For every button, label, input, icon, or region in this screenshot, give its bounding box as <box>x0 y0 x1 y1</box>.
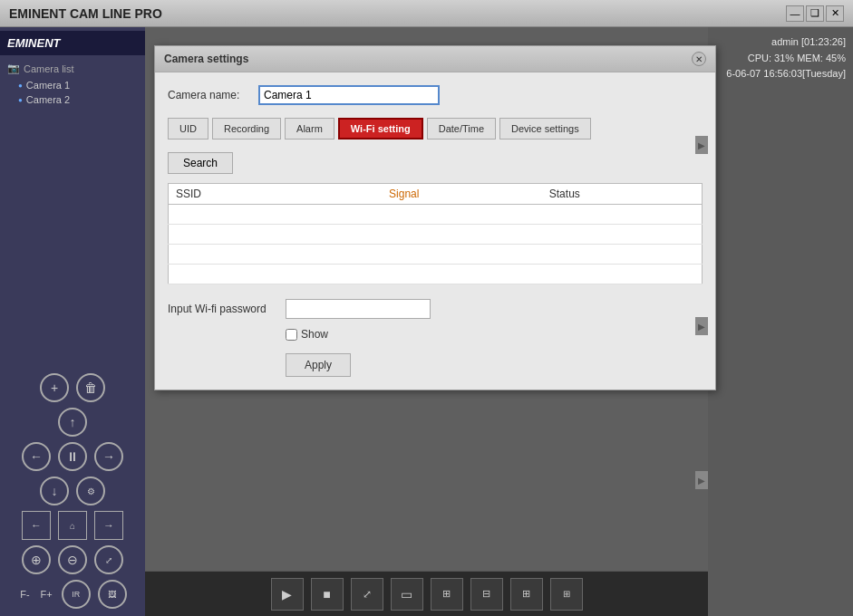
taskbar: ▶ ■ ⤢ ▭ ⊞ ⊟ ⊞ ⊞ <box>145 571 708 616</box>
camera2-label: Camera 2 <box>26 94 70 105</box>
tab-device[interactable]: Device settings <box>499 118 591 140</box>
f-plus-btn[interactable]: F+ <box>39 580 54 609</box>
tab-datetime[interactable]: Date/Time <box>427 118 496 140</box>
col-status: Status <box>542 184 649 205</box>
move-left-btn[interactable]: ← <box>22 442 51 471</box>
admin-mem: MEM: 45% <box>797 53 846 63</box>
camera-list-icon: 📷 <box>7 63 20 74</box>
logo-area: EMINENT <box>0 31 145 55</box>
admin-user: admin <box>771 36 799 47</box>
extra-btn[interactable]: 🖼 <box>98 580 127 609</box>
table-row <box>169 205 703 225</box>
admin-datetime: 6-06-07 16:56:03[Tuesday] <box>715 66 846 82</box>
app-title: EMINENT CAM LINE PRO <box>9 6 784 21</box>
add-camera-btn[interactable]: + <box>40 373 69 402</box>
move-right-btn[interactable]: → <box>94 442 123 471</box>
dialog-close-btn[interactable]: ✕ <box>692 52 706 66</box>
right-arrow-btn[interactable]: → <box>94 511 123 540</box>
ir-btn[interactable]: IR <box>62 580 91 609</box>
fullscreen-btn[interactable]: ⤢ <box>351 578 383 611</box>
scroll-handle-mid[interactable]: ▶ <box>695 317 708 335</box>
move-down-btn[interactable]: ↓ <box>40 476 69 505</box>
title-bar: EMINENT CAM LINE PRO — ❑ ✕ <box>0 0 853 27</box>
logo: EMINENT <box>7 36 61 50</box>
table-row <box>169 265 703 284</box>
main-layout: EMINENT 📷 Camera list ● Camera 1 ● Camer… <box>0 27 853 616</box>
tab-uid[interactable]: UID <box>168 118 208 140</box>
admin-cpu: CPU: 31% <box>748 53 794 63</box>
pause-btn[interactable]: ⏸ <box>58 442 87 471</box>
col-ssid: SSID <box>169 184 383 205</box>
camera-settings-dialog: Camera settings ✕ Camera name: UID Recor… <box>154 45 716 390</box>
dialog-title: Camera settings <box>164 53 248 65</box>
right-panel: admin [01:23:26] CPU: 31% MEM: 45% 6-06-… <box>708 27 853 616</box>
admin-cpu-mem: CPU: 31% MEM: 45% <box>715 51 846 67</box>
wifi-table: SSID Signal Status <box>168 183 703 284</box>
camera-name-row: Camera name: <box>168 85 703 105</box>
home-btn[interactable]: ⌂ <box>58 511 87 540</box>
sidebar-item-camera1[interactable]: ● Camera 1 <box>0 78 145 92</box>
sidebar-item-camera-list[interactable]: 📷 Camera list <box>0 59 145 78</box>
tab-wifi[interactable]: Wi-Fi setting <box>338 118 423 140</box>
zoom-in-btn[interactable]: ⊕ <box>22 545 51 574</box>
search-btn[interactable]: Search <box>168 152 233 174</box>
camera-name-label: Camera name: <box>168 89 258 101</box>
delete-camera-btn[interactable]: 🗑 <box>76 373 105 402</box>
password-row: Input Wi-fi password <box>168 299 703 319</box>
zoom-row: ⊕ ⊖ ⤢ <box>7 545 138 574</box>
mid-row: ← ⏸ → <box>7 442 138 471</box>
scroll-handle-bot[interactable]: ▶ <box>695 471 708 489</box>
sidebar: EMINENT 📷 Camera list ● Camera 1 ● Camer… <box>0 27 145 616</box>
sidebar-item-camera2[interactable]: ● Camera 2 <box>0 92 145 107</box>
camera1-icon: ● <box>18 82 23 90</box>
password-label: Input Wi-fi password <box>168 303 286 315</box>
single-view-btn[interactable]: ▭ <box>391 578 423 611</box>
quad-view-btn[interactable]: ⊞ <box>431 578 463 611</box>
table-row <box>169 245 703 265</box>
bottom-controls: + 🗑 ↑ ← ⏸ → ↓ ⚙ ← ⌂ → ⊕ ⊖ <box>0 366 145 616</box>
admin-time: [01:23:26] <box>801 36 846 47</box>
table-row <box>169 225 703 245</box>
scroll-handle-top[interactable]: ▶ <box>695 136 708 154</box>
tab-alarm[interactable]: Alarm <box>285 118 334 140</box>
admin-user-time: admin [01:23:26] <box>715 34 846 51</box>
camera-list-label: Camera list <box>24 63 74 74</box>
content-area: Camera settings ✕ Camera name: UID Recor… <box>145 27 708 616</box>
show-label: Show <box>301 328 328 341</box>
six-view-btn[interactable]: ⊟ <box>470 578 503 611</box>
up-row: ↑ <box>7 408 138 437</box>
left-arrow-btn[interactable]: ← <box>22 511 51 540</box>
admin-info: admin [01:23:26] CPU: 31% MEM: 45% 6-06-… <box>712 31 849 86</box>
arrow-row: ← ⌂ → <box>7 511 138 540</box>
tabs-row: UID Recording Alarm Wi-Fi setting Date/T… <box>168 118 703 140</box>
move-up-btn[interactable]: ↑ <box>58 408 87 437</box>
play-btn[interactable]: ▶ <box>271 578 304 611</box>
tab-recording[interactable]: Recording <box>212 118 281 140</box>
zoom-out-btn[interactable]: ⊖ <box>58 545 87 574</box>
col-signal: Signal <box>382 184 542 205</box>
nine-view-btn[interactable]: ⊞ <box>510 578 543 611</box>
camera2-icon: ● <box>18 96 23 104</box>
apply-btn[interactable]: Apply <box>286 353 351 377</box>
camera1-label: Camera 1 <box>26 80 70 91</box>
add-delete-row: + 🗑 <box>7 373 138 402</box>
dialog-body: Camera name: UID Recording Alarm Wi-Fi s… <box>155 72 715 390</box>
col-extra <box>649 184 703 205</box>
win-minimize-btn[interactable]: — <box>786 5 804 22</box>
show-row: Show <box>286 328 703 341</box>
settings-btn[interactable]: ⚙ <box>76 476 105 505</box>
password-input[interactable] <box>286 299 431 319</box>
table-header-row: SSID Signal Status <box>169 184 703 205</box>
stop-btn[interactable]: ■ <box>311 578 344 611</box>
f-minus-btn[interactable]: F- <box>18 580 31 609</box>
dialog-title-bar: Camera settings ✕ <box>155 46 715 72</box>
win-restore-btn[interactable]: ❑ <box>806 5 824 22</box>
down-row: ↓ ⚙ <box>7 476 138 505</box>
win-close-btn[interactable]: ✕ <box>826 5 844 22</box>
f-row: F- F+ IR 🖼 <box>7 580 138 609</box>
show-password-checkbox[interactable] <box>286 329 297 341</box>
dialog-overlay: Camera settings ✕ Camera name: UID Recor… <box>145 27 708 616</box>
sixteen-view-btn[interactable]: ⊞ <box>550 578 583 611</box>
zoom-fit-btn[interactable]: ⤢ <box>94 545 123 574</box>
camera-name-input[interactable] <box>258 85 440 105</box>
